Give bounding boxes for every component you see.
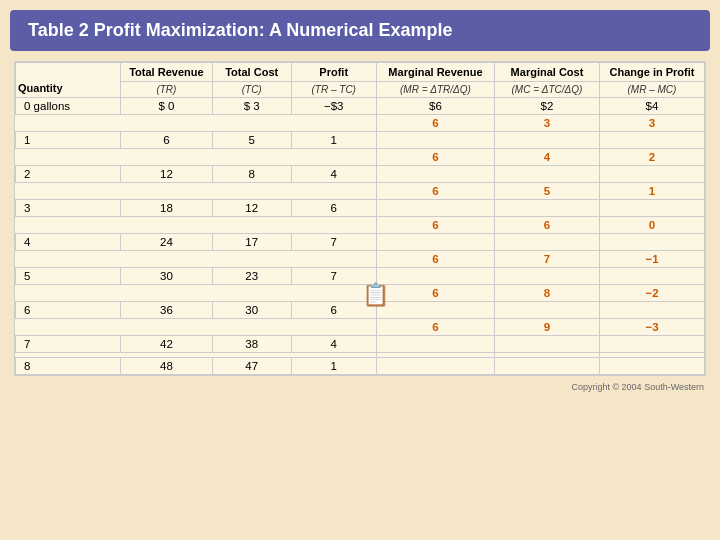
subheader-tc: (TC): [212, 82, 291, 98]
cell-tr: 30: [120, 268, 212, 285]
cell-mc: [494, 268, 599, 285]
empty-cell: [16, 319, 121, 336]
table-row: 530237: [16, 268, 705, 285]
cell-mr: $6: [376, 98, 494, 115]
cell-tc: 5: [212, 132, 291, 149]
cell-quantity: 3: [16, 200, 121, 217]
cell-cp: [599, 302, 704, 319]
cell-profit: 4: [291, 166, 376, 183]
cell-mc: $2: [494, 98, 599, 115]
cell-mc: [494, 234, 599, 251]
cell-cp: [599, 166, 704, 183]
cell-mr: [376, 166, 494, 183]
cell-cp-between: 0: [599, 217, 704, 234]
table-row: 0 gallons$ 0$ 3−$3$6$2$4: [16, 98, 705, 115]
cell-tc: 23: [212, 268, 291, 285]
cell-mc-between: 4: [494, 149, 599, 166]
cell-profit: 1: [291, 358, 376, 375]
cell-quantity: 7: [16, 336, 121, 353]
cell-mc: [494, 132, 599, 149]
cell-tr: 42: [120, 336, 212, 353]
header-mr: Marginal Revenue: [376, 63, 494, 82]
cell-mc-between: 8: [494, 285, 599, 302]
between-row: 67−1: [16, 251, 705, 268]
cell-cp: [599, 234, 704, 251]
empty-cell: [120, 285, 212, 302]
subheader-mc: (MC = ΔTC/ΔQ): [494, 82, 599, 98]
cell-mc-between: 9: [494, 319, 599, 336]
empty-cell: [291, 285, 376, 302]
cell-mr-between: 6: [376, 285, 494, 302]
cell-mc: [494, 200, 599, 217]
cell-cp-between: −1: [599, 251, 704, 268]
empty-cell: [291, 217, 376, 234]
cell-mr: [376, 358, 494, 375]
empty-cell: [291, 149, 376, 166]
cell-mc-between: 6: [494, 217, 599, 234]
cell-quantity: 0 gallons: [16, 98, 121, 115]
cell-profit: 7: [291, 234, 376, 251]
cell-tr: $ 0: [120, 98, 212, 115]
cell-mr-between: 6: [376, 183, 494, 200]
cell-cp-between: 2: [599, 149, 704, 166]
cell-mc-between: 7: [494, 251, 599, 268]
empty-cell: [212, 115, 291, 132]
cell-mc: [494, 358, 599, 375]
empty-cell: [16, 251, 121, 268]
cell-tc: 12: [212, 200, 291, 217]
cell-mr: [376, 200, 494, 217]
cell-tr: 12: [120, 166, 212, 183]
cell-mc-between: 3: [494, 115, 599, 132]
empty-cell: [212, 149, 291, 166]
cell-mr-between: 6: [376, 115, 494, 132]
cell-mc: [494, 166, 599, 183]
empty-cell: [16, 115, 121, 132]
cell-mr-between: 6: [376, 251, 494, 268]
empty-cell: [120, 183, 212, 200]
cell-tr: 6: [120, 132, 212, 149]
empty-cell: [291, 183, 376, 200]
cell-tc: 8: [212, 166, 291, 183]
cell-cp: [599, 358, 704, 375]
cell-cp: [599, 200, 704, 217]
cell-mr-between: 6: [376, 319, 494, 336]
empty-cell: [120, 115, 212, 132]
empty-cell: [120, 319, 212, 336]
empty-cell: [120, 149, 212, 166]
empty-cell: [291, 115, 376, 132]
cell-quantity: 2: [16, 166, 121, 183]
header-mc: Marginal Cost: [494, 63, 599, 82]
empty-cell: [212, 285, 291, 302]
cell-cp: [599, 132, 704, 149]
table-row: 848471: [16, 358, 705, 375]
cell-mr-between: 6: [376, 149, 494, 166]
header-profit: Profit: [291, 63, 376, 82]
cell-tr: 18: [120, 200, 212, 217]
cell-profit: 4: [291, 336, 376, 353]
empty-cell: [16, 217, 121, 234]
cell-profit: 6: [291, 200, 376, 217]
cell-cp: [599, 336, 704, 353]
empty-cell: [291, 251, 376, 268]
between-row: 642: [16, 149, 705, 166]
cell-tc: 38: [212, 336, 291, 353]
cell-cp: $4: [599, 98, 704, 115]
cell-quantity: 5: [16, 268, 121, 285]
cell-tr: 36: [120, 302, 212, 319]
title-bar: Table 2 Profit Maximization: A Numerical…: [10, 10, 710, 51]
table-container: Quantity Total Revenue Total Cost Profit…: [14, 61, 706, 376]
table-row: 318126: [16, 200, 705, 217]
header-tc: Total Cost: [212, 63, 291, 82]
cell-cp-between: −2: [599, 285, 704, 302]
cell-mr: [376, 132, 494, 149]
table-row: 424177: [16, 234, 705, 251]
cell-mr-between: 6: [376, 217, 494, 234]
cell-cp-between: 1: [599, 183, 704, 200]
cell-tc: 30: [212, 302, 291, 319]
cell-cp-between: −3: [599, 319, 704, 336]
cell-mr: [376, 234, 494, 251]
empty-cell: [212, 319, 291, 336]
cell-tc: 47: [212, 358, 291, 375]
cell-mc-between: 5: [494, 183, 599, 200]
subheader-profit: (TR – TC): [291, 82, 376, 98]
